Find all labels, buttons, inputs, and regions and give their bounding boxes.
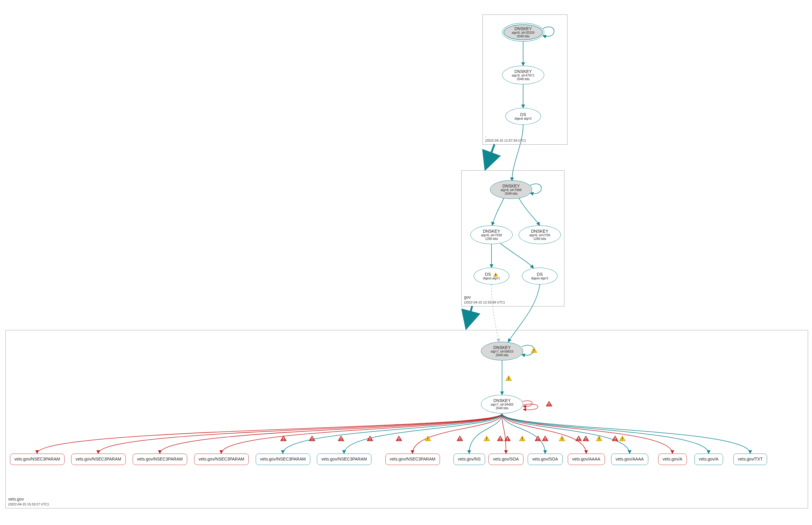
warning-icon (497, 435, 504, 441)
node-detail: 1280 bits (533, 237, 546, 241)
node-title: DNSKEY (483, 229, 500, 234)
warning-icon (396, 435, 402, 441)
node-title: DNSKEY (493, 345, 511, 350)
diagram-canvas: { "colors": { "teal": "#0f8791", "red": … (0, 0, 812, 525)
node-title: DNSKEY (514, 27, 532, 31)
rr-label: vets.gov/NSEC3PARAM (199, 457, 244, 461)
warning-icon (531, 347, 537, 353)
warning-icon (309, 435, 315, 441)
node-detail: 2048 bits (496, 407, 509, 410)
node-title: DS (485, 272, 498, 277)
node-title: DNSKEY (531, 229, 548, 234)
zone-root-label: . (2022-04-15 11:57:34 UTC) (485, 133, 526, 142)
rr-label: vets.gov/A (699, 457, 719, 461)
rr-box: vets.gov/A (694, 453, 723, 465)
node-title: DNSKEY (502, 184, 520, 189)
vets-dnskey-zsk: DNSKEY alg=7, id=34493 2048 bits (481, 395, 523, 414)
rr-box: vets.gov/NSEC3PARAM (133, 453, 187, 465)
zone-vets-name: vets.gov (8, 497, 24, 501)
zone-gov-ts: (2022-04-15 12:33:49 UTC) (464, 300, 505, 304)
rr-box: vets.gov/NSEC3PARAM (317, 453, 371, 465)
node-detail: 2048 bits (496, 354, 509, 357)
root-dnskey-zsk: DNSKEY alg=8, id=47671 2048 bits (502, 66, 544, 85)
node-detail: digest alg=2 (531, 277, 548, 280)
rr-label: vets.gov/NSEC3PARAM (260, 457, 306, 461)
node-detail: alg=8, id=20326 (512, 31, 534, 35)
warning-icon (280, 435, 287, 441)
rr-label: vets.gov/NSEC3PARAM (14, 457, 60, 461)
gov-dnskey-ksk: DNSKEY alg=8, id=7698 2048 bits (490, 180, 532, 199)
root-dnskey-ksk: DNSKEY alg=8, id=20326 2048 bits (502, 23, 544, 42)
node-title: DNSKEY (514, 69, 532, 74)
rr-box: vets.gov/SOA (488, 453, 523, 465)
warning-icon (505, 375, 512, 381)
warning-icon (425, 435, 431, 441)
rr-label: vets.gov/SOA (532, 457, 558, 461)
node-title: DNSKEY (493, 399, 511, 403)
gov-dnskey-zsk-1: DNSKEY alg=8, id=7030 1280 bits (470, 225, 513, 244)
zone-vets-ts: (2022-04-15 15:33:27 UTC) (8, 502, 49, 506)
rr-box: vets.gov/A (658, 453, 687, 465)
rr-box: vets.gov/NSEC3PARAM (71, 453, 126, 465)
warning-icon (596, 435, 603, 441)
gov-ds-2: DS digest alg=2 (522, 268, 558, 285)
zone-gov-label: gov (2022-04-15 12:33:49 UTC) (464, 295, 505, 304)
warning-icon (367, 435, 373, 441)
rr-box: vets.gov/NSEC3PARAM (256, 453, 310, 465)
node-title: DS (537, 272, 543, 277)
warning-icon (575, 435, 582, 441)
node-title: DS (520, 112, 526, 117)
warning-icon (483, 435, 490, 441)
warning-icon (542, 435, 548, 441)
node-detail: 2048 bits (517, 35, 530, 38)
rr-label: vets.gov/NSEC3PARAM (321, 457, 367, 461)
rr-box: vets.gov/SOA (528, 453, 563, 465)
rr-label: vets.gov/AAAA (616, 457, 644, 461)
warning-icon (493, 272, 498, 277)
node-detail: alg=7, id=58815 (491, 350, 513, 354)
node-detail: alg=8, id=2706 (529, 234, 550, 237)
rr-box: vets.gov/AAAA (611, 453, 648, 465)
node-detail: alg=8, id=7030 (481, 234, 502, 237)
node-detail: digest alg=2 (515, 117, 532, 121)
rr-label: vets.gov/NSEC3PARAM (137, 457, 183, 461)
rr-label: vets.gov/NSEC3PARAM (76, 457, 121, 461)
warning-icon (546, 401, 552, 407)
warning-icon (457, 435, 463, 441)
warning-icon (519, 435, 526, 441)
zone-gov-name: gov (464, 295, 471, 300)
vets-dnskey-ksk: DNSKEY alg=7, id=58815 2048 bits (481, 342, 523, 360)
zone-vets: vets.gov (2022-04-15 15:33:27 UTC) (5, 330, 808, 508)
warning-icon (582, 435, 589, 441)
rr-label: vets.gov/A (663, 457, 682, 461)
rr-label: vets.gov/AAAA (572, 457, 600, 461)
warning-icon (619, 435, 626, 441)
warning-icon (612, 435, 618, 441)
rr-box: vets.gov/NSEC3PARAM (385, 453, 440, 465)
node-detail: 2048 bits (505, 192, 518, 196)
node-detail: alg=8, id=47671 (512, 74, 534, 77)
node-detail: digest alg=1 (483, 277, 500, 280)
node-detail: 2048 bits (517, 77, 530, 81)
rr-box: vets.gov/AAAA (568, 453, 605, 465)
rr-box: vets.gov/NSEC3PARAM (10, 453, 64, 465)
node-detail: alg=8, id=7698 (501, 189, 521, 192)
gov-dnskey-zsk-2: DNSKEY alg=8, id=2706 1280 bits (519, 225, 561, 244)
rr-label: vets.gov/NS (458, 457, 481, 461)
zone-vets-label: vets.gov (2022-04-15 15:33:27 UTC) (8, 497, 49, 506)
rr-box: vets.gov/NS (454, 453, 485, 465)
node-detail: alg=7, id=34493 (491, 403, 513, 407)
rr-box: vets.gov/NSEC3PARAM (194, 453, 249, 465)
zone-root-ts: (2022-04-15 11:57:34 UTC) (485, 139, 526, 142)
warning-icon (559, 435, 565, 441)
rr-label: vets.gov/TXT (738, 457, 763, 461)
rr-box: vets.gov/TXT (733, 453, 767, 465)
node-detail: 1280 bits (485, 237, 498, 241)
rr-label: vets.gov/SOA (493, 457, 519, 461)
rr-label: vets.gov/NSEC3PARAM (390, 457, 435, 461)
gov-ds-1: DS digest alg=1 (474, 268, 509, 285)
root-ds: DS digest alg=2 (505, 108, 541, 125)
warning-icon (338, 435, 344, 441)
warning-icon (535, 435, 541, 441)
warning-icon (504, 435, 511, 441)
